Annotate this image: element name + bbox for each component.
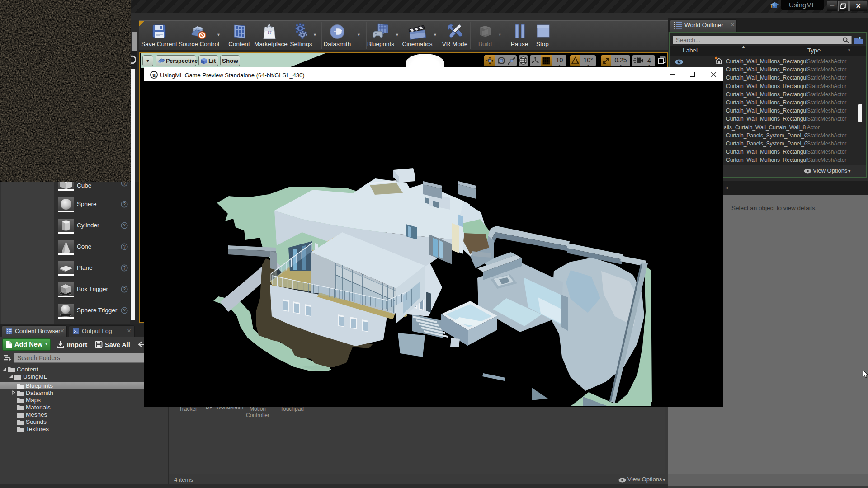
svg-text:?: ? [123,308,126,313]
svg-text:?: ? [123,266,126,271]
svg-text:U: U [268,30,272,35]
svg-text:?: ? [123,223,126,228]
svg-text:?: ? [123,202,126,207]
svg-text:?: ? [123,244,126,249]
svg-text:?: ? [123,287,126,292]
svg-text:u: u [152,72,156,78]
